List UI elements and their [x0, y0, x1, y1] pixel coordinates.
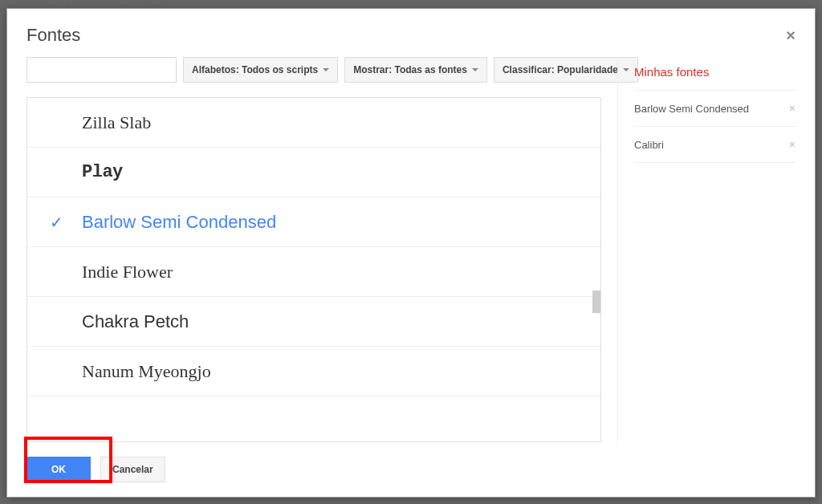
scripts-dropdown-label: Alfabetos: Todos os scripts: [192, 64, 318, 75]
dialog-body: Alfabetos: Todos os scripts Mostrar: Tod…: [7, 57, 815, 442]
my-fonts-panel: Minhas fontes Barlow Semi Condensed×Cali…: [617, 57, 796, 442]
my-font-item[interactable]: Barlow Semi Condensed×: [634, 91, 796, 127]
fonts-dialog: Fontes × Alfabetos: Todos os scripts Mos…: [6, 8, 816, 498]
my-font-name: Barlow Semi Condensed: [634, 103, 749, 115]
ok-button[interactable]: OK: [26, 457, 91, 482]
my-font-name: Calibri: [634, 139, 664, 151]
font-name-label: Nanum Myeongjo: [82, 361, 211, 382]
font-list-item[interactable]: Zilla Slab: [27, 98, 600, 148]
dialog-title: Fontes: [26, 25, 80, 46]
close-icon[interactable]: ×: [786, 27, 796, 43]
font-name-label: Indie Flower: [82, 262, 173, 282]
font-list[interactable]: Zilla SlabPlay✓Barlow Semi CondensedIndi…: [27, 98, 600, 441]
caret-down-icon: [472, 68, 478, 71]
remove-font-icon[interactable]: ×: [789, 138, 796, 151]
filter-controls: Alfabetos: Todos os scripts Mostrar: Tod…: [26, 57, 601, 83]
font-list-item[interactable]: Play: [27, 148, 600, 197]
font-name-label: Play: [82, 162, 123, 182]
font-name-label: Chakra Petch: [82, 311, 189, 332]
show-dropdown-label: Mostrar: Todas as fontes: [353, 64, 467, 75]
my-fonts-list: Barlow Semi Condensed×Calibri×: [634, 91, 796, 163]
show-dropdown[interactable]: Mostrar: Todas as fontes: [344, 57, 487, 83]
sort-dropdown-label: Classificar: Popularidade: [503, 64, 618, 75]
font-name-label: Zilla Slab: [82, 112, 151, 133]
font-list-item[interactable]: ✓Barlow Semi Condensed: [27, 197, 600, 247]
scrollbar-thumb[interactable]: [592, 291, 600, 313]
remove-font-icon[interactable]: ×: [789, 102, 796, 115]
caret-down-icon: [323, 68, 329, 71]
left-panel: Alfabetos: Todos os scripts Mostrar: Tod…: [26, 57, 617, 442]
my-fonts-title: Minhas fontes: [634, 57, 796, 91]
sort-dropdown[interactable]: Classificar: Popularidade: [494, 57, 638, 83]
font-name-label: Barlow Semi Condensed: [82, 212, 276, 233]
scripts-dropdown[interactable]: Alfabetos: Todos os scripts: [183, 57, 338, 83]
font-list-item[interactable]: Nanum Myeongjo: [27, 347, 600, 396]
my-font-item[interactable]: Calibri×: [634, 127, 796, 163]
font-list-item[interactable]: Chakra Petch: [27, 297, 600, 347]
dialog-header: Fontes ×: [7, 9, 815, 57]
check-icon: ✓: [50, 213, 63, 232]
cancel-button[interactable]: Cancelar: [100, 457, 165, 482]
font-list-item[interactable]: Indie Flower: [27, 247, 600, 297]
font-list-container: Zilla SlabPlay✓Barlow Semi CondensedIndi…: [26, 97, 601, 442]
font-search-input[interactable]: [26, 57, 177, 83]
dialog-footer: OK Cancelar: [7, 442, 815, 497]
